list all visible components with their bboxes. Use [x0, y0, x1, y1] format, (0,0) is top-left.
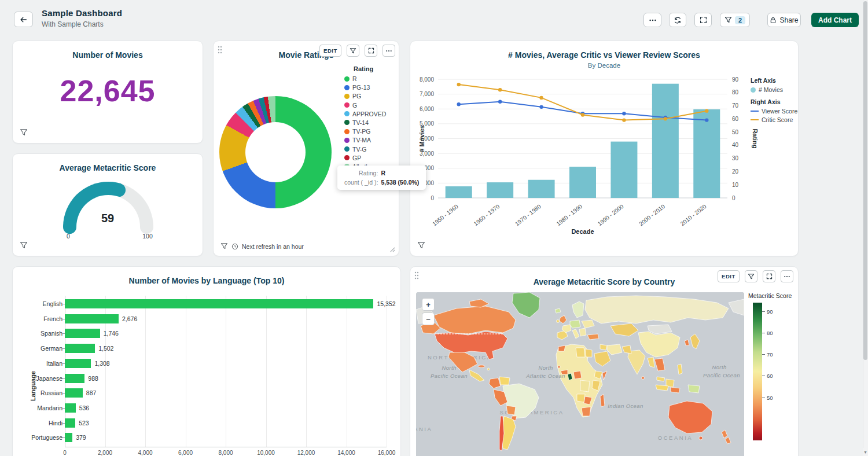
card-movie-ratings: Movie Ratings EDIT Rating RPG-13PGGAPPRO… — [213, 41, 399, 256]
scrollbar-thumb[interactable] — [863, 1, 867, 360]
fullscreen-button[interactable] — [694, 13, 712, 27]
x-tick-label: 14,000 — [337, 450, 355, 456]
legend-label: PG-13 — [352, 84, 370, 91]
dashboard-header: Sample Dashboard With Sample Charts — [0, 0, 868, 39]
card-filter-icon[interactable] — [417, 241, 425, 249]
dashboard-page: Sample Dashboard With Sample Charts — [0, 0, 868, 456]
gridline — [347, 296, 347, 447]
add-chart-button[interactable]: Add Chart — [811, 13, 859, 27]
svg-text:30: 30 — [732, 155, 739, 161]
y-tick — [62, 319, 65, 319]
card-filter-icon[interactable] — [20, 241, 28, 249]
card-number-of-movies: Number of Movies 22,645 — [12, 41, 203, 144]
scrollbar-down-arrow[interactable]: ▼ — [863, 448, 868, 456]
bar-value-label: 1,308 — [94, 359, 109, 368]
edit-chart-button[interactable]: EDIT — [319, 45, 341, 57]
svg-text:2010 - 2020: 2010 - 2020 — [679, 203, 708, 227]
page-scrollbar[interactable]: ▼ — [863, 0, 868, 456]
bar-value-label: 2,676 — [122, 314, 137, 323]
back-button[interactable] — [14, 12, 33, 27]
expand-chart-button[interactable] — [365, 45, 377, 57]
combo-chart[interactable]: 01,0002,0003,0004,0005,0006,0007,0008,00… — [418, 72, 766, 246]
legend-header: Right Axis — [751, 98, 798, 105]
chart-filter-button[interactable] — [347, 45, 359, 57]
card-movies-scores-by-decade: # Movies, Average Critic vs Viewer Revie… — [410, 41, 799, 256]
svg-text:# Movies: # Movies — [418, 125, 425, 152]
bar[interactable] — [65, 314, 119, 323]
legend-item: TV-G — [344, 146, 399, 153]
bar[interactable] — [65, 433, 72, 442]
bar[interactable] — [65, 359, 91, 368]
legend-item: TV-PG — [344, 128, 399, 135]
bar-value-label: 15,352 — [377, 299, 395, 308]
legend-swatch — [344, 111, 350, 116]
gridline — [266, 296, 267, 447]
map-zoom-controls: + − — [422, 298, 435, 325]
x-tick-label: 10,000 — [257, 450, 275, 456]
chart-more-button[interactable] — [382, 45, 395, 57]
legend-label: TV-PG — [352, 128, 371, 135]
refresh-note: Next refresh in an hour — [242, 243, 304, 250]
back-arrow-icon — [19, 16, 28, 24]
language-bar-chart[interactable]: Language 02,0004,0006,0008,00010,00012,0… — [13, 290, 400, 456]
bar[interactable] — [65, 418, 75, 428]
refresh-button[interactable] — [669, 13, 686, 27]
tick-mark — [762, 311, 765, 312]
card-filter-icon[interactable] — [220, 242, 228, 250]
chart-more-button[interactable] — [781, 270, 793, 282]
tick-label: 80 — [767, 330, 773, 336]
legend-item: G — [344, 102, 399, 109]
legend-item: PG — [344, 93, 399, 100]
card-title: Number of Movies by Language (Top 10) — [13, 276, 400, 285]
y-tick — [62, 333, 65, 334]
bar-plot-area: 02,0004,0006,0008,00010,00012,00014,0001… — [65, 296, 387, 447]
edit-chart-button[interactable]: EDIT — [718, 270, 740, 282]
zoom-out-button[interactable]: − — [422, 312, 435, 325]
header-more-button[interactable] — [643, 13, 661, 27]
card-average-metacritic: Average Metacritic Score 59 0 100 — [12, 153, 203, 256]
bar[interactable] — [65, 374, 84, 383]
category-label: Hindi — [14, 418, 62, 428]
share-button[interactable]: Share — [767, 13, 801, 27]
fullscreen-icon — [700, 16, 707, 24]
dashboard-filter-button[interactable]: 2 — [720, 13, 750, 27]
expand-chart-button[interactable] — [763, 270, 775, 282]
y-tick — [62, 423, 65, 424]
svg-text:Rating: Rating — [752, 128, 759, 148]
svg-text:7,000: 7,000 — [420, 91, 434, 97]
x-tick-label: 4,000 — [138, 450, 152, 456]
refresh-icon — [674, 16, 682, 24]
legend-label: G — [352, 102, 357, 109]
bar[interactable] — [65, 344, 95, 353]
tick-label: 70 — [767, 351, 773, 358]
bar-value-label: 379 — [76, 433, 86, 442]
legend-label: # Movies — [759, 86, 783, 93]
bar[interactable] — [65, 299, 373, 308]
ocean-label: North — [538, 365, 553, 371]
legend-title: Rating — [354, 65, 399, 72]
zoom-in-button[interactable]: + — [422, 298, 435, 311]
svg-text:2000 - 2010: 2000 - 2010 — [638, 203, 666, 227]
ocean-label: North — [442, 365, 456, 371]
bar[interactable] — [65, 403, 76, 413]
svg-text:6,000: 6,000 — [420, 106, 434, 112]
legend-label: R — [352, 75, 357, 82]
tooltip-label: count ( _id ): — [344, 179, 378, 186]
resize-handle[interactable] — [389, 247, 396, 253]
category-label: French — [14, 314, 62, 323]
ocean-label: Pacific Ocean — [703, 372, 740, 378]
legend-item: GP — [344, 155, 399, 161]
bar[interactable] — [65, 329, 100, 338]
card-movies-by-language: Number of Movies by Language (Top 10) La… — [12, 266, 401, 456]
tick-mark — [762, 333, 765, 333]
chart-filter-button[interactable] — [745, 270, 757, 282]
ocean-label: North — [712, 364, 726, 370]
bar[interactable] — [65, 388, 83, 398]
gridline — [145, 296, 146, 447]
region-label: OCEANIA — [416, 426, 432, 432]
bar-value-label: 523 — [79, 418, 89, 428]
bar-value-label: 1,746 — [104, 329, 119, 338]
legend-swatch — [751, 87, 756, 93]
card-filter-icon[interactable] — [20, 128, 28, 137]
world-map[interactable]: NORTH AMERICA SOUTH AMERICA OCEANIA OCEA… — [416, 292, 744, 456]
